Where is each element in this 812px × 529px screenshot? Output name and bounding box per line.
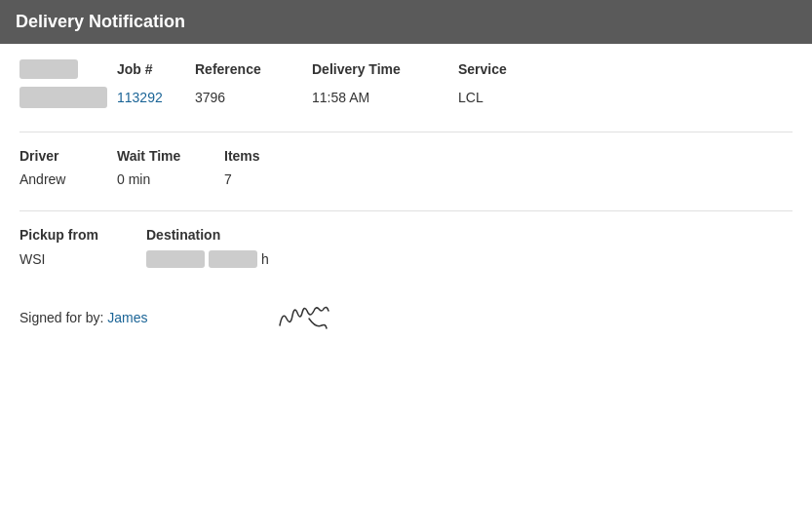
delivery-details-section: Driver Wait Time Items Andrew 0 min 7	[19, 148, 793, 187]
logo-placeholder-area	[19, 59, 117, 79]
order-info-section: Job # Reference Delivery Time Service 11…	[19, 59, 793, 108]
destination-header: Destination	[146, 227, 341, 243]
order-info-data-row: 113292 3796 11:58 AM LCL	[19, 87, 793, 108]
signed-for-text: Signed for by:	[19, 310, 103, 325]
location-info-section: Pickup from Destination WSI h	[19, 227, 793, 268]
wait-time-header: Wait Time	[117, 148, 224, 164]
header-title: Delivery Notification	[16, 12, 185, 31]
company-logo-area	[19, 87, 117, 108]
job-value: 113292	[117, 90, 195, 105]
section-divider-2	[19, 210, 793, 211]
reference-value: 3796	[195, 90, 312, 105]
signature-svg	[265, 291, 343, 340]
signer-name: James	[107, 310, 147, 325]
signature-image-area	[265, 291, 343, 343]
driver-header: Driver	[19, 148, 117, 164]
items-value: 7	[224, 171, 302, 187]
delivery-time-header: Delivery Time	[312, 61, 458, 77]
company-logo	[19, 87, 107, 108]
job-header: Job #	[117, 61, 195, 77]
pickup-value: WSI	[19, 251, 146, 267]
destination-redacted-2	[209, 250, 257, 268]
order-info-header-row: Job # Reference Delivery Time Service	[19, 59, 793, 79]
location-header-row: Pickup from Destination	[19, 227, 793, 243]
destination-redacted-1	[146, 250, 205, 268]
destination-suffix: h	[261, 251, 269, 267]
destination-value: h	[146, 250, 341, 268]
page-header: Delivery Notification	[0, 0, 812, 44]
signed-for-label: Signed for by: James	[19, 310, 148, 325]
driver-value: Andrew	[19, 171, 117, 187]
logo-icon	[19, 59, 78, 79]
signature-section: Signed for by: James	[19, 291, 793, 343]
section-divider-1	[19, 132, 793, 132]
delivery-details-data-row: Andrew 0 min 7	[19, 171, 793, 187]
service-header: Service	[458, 61, 556, 77]
items-header: Items	[224, 148, 302, 164]
delivery-time-value: 11:58 AM	[312, 90, 458, 105]
service-value: LCL	[458, 90, 556, 105]
location-data-row: WSI h	[19, 250, 793, 268]
pickup-header: Pickup from	[19, 227, 146, 243]
reference-header: Reference	[195, 61, 312, 77]
wait-time-value: 0 min	[117, 171, 224, 187]
main-content: Job # Reference Delivery Time Service 11…	[0, 44, 812, 359]
delivery-details-header-row: Driver Wait Time Items	[19, 148, 793, 164]
